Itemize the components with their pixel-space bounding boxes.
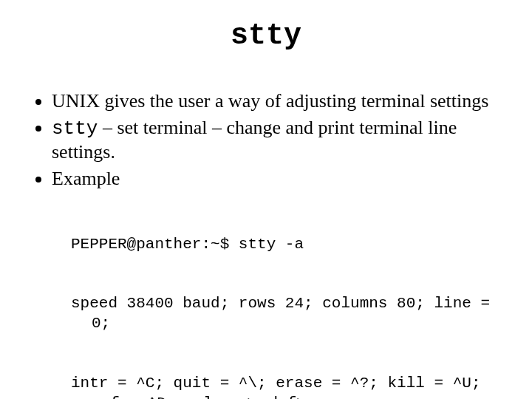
slide: stty UNIX gives the user a way of adjust… <box>0 0 532 399</box>
code-line: speed 38400 baud; rows 24; columns 80; l… <box>71 294 505 334</box>
bullet-item: UNIX gives the user a way of adjusting t… <box>52 89 505 113</box>
bullet-item: Example <box>52 167 505 191</box>
bullet-text: Example <box>52 168 120 189</box>
code-line: PEPPER@panther:~$ stty -a <box>71 235 505 255</box>
code-line: intr = ^C; quit = ^\; erase = ^?; kill =… <box>71 374 505 399</box>
bullet-item: stty – set terminal – change and print t… <box>52 116 505 164</box>
bullet-text: UNIX gives the user a way of adjusting t… <box>52 90 488 112</box>
example-code-block: PEPPER@panther:~$ stty -a speed 38400 ba… <box>71 195 505 399</box>
bullet-list: UNIX gives the user a way of adjusting t… <box>27 89 505 191</box>
inline-code-stty: stty <box>52 117 98 140</box>
bullet-text: – set terminal – change and print termin… <box>52 117 457 163</box>
slide-title: stty <box>27 19 505 52</box>
